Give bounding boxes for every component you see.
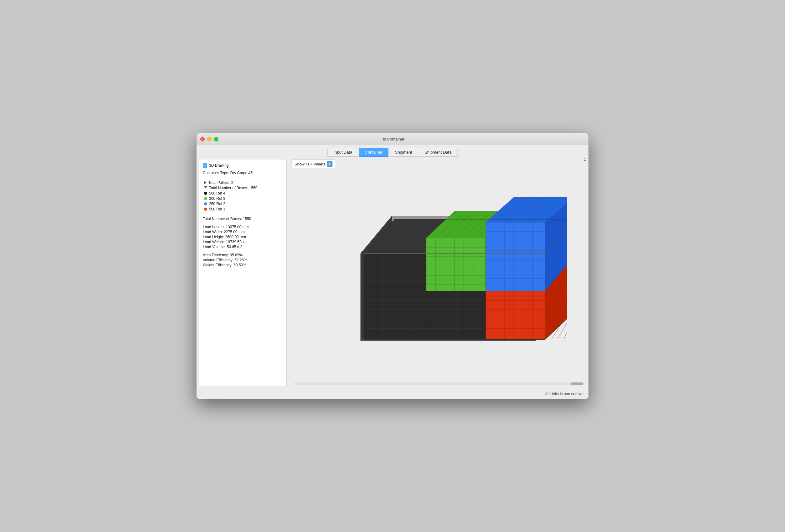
svg-marker-90 bbox=[486, 222, 545, 291]
total-pallets: Total Pallets: 0 bbox=[208, 181, 233, 185]
load-length: Load Length: 13075.00 mm bbox=[203, 225, 282, 229]
drawing-checkbox-label: 3D Drawing bbox=[209, 163, 229, 168]
dot-blue bbox=[204, 202, 207, 206]
svg-marker-59 bbox=[426, 238, 486, 291]
toolbar-row: Show Full Pallets ▼ 1 bbox=[292, 160, 586, 168]
horizontal-scrollbar[interactable] bbox=[294, 382, 583, 385]
page-number: 1 bbox=[584, 157, 586, 162]
item-label-4: 500 Ref 4 bbox=[209, 191, 225, 195]
total-boxes-header: Total Number of Boxes: 1550 bbox=[209, 186, 257, 190]
total-boxes-stat: Total Number of Boxes: 1550 bbox=[203, 217, 282, 221]
footer-bar: All Units in mm and kg. bbox=[197, 389, 588, 399]
load-volume: Load Volume: 50.65 m3 bbox=[203, 245, 282, 249]
show-full-pallets-dropdown[interactable]: Show Full Pallets ▼ bbox=[292, 160, 335, 168]
tab-container[interactable]: Container bbox=[359, 148, 388, 157]
item-label-3: 300 Ref 3 bbox=[209, 196, 225, 201]
tab-input-data[interactable]: Input Data bbox=[328, 148, 358, 157]
load-width: Load Width: 2275.00 mm bbox=[203, 230, 282, 234]
sidebar: 3D Drawing Container Type: Dry Cargo 45 … bbox=[199, 160, 286, 386]
pallets-row[interactable]: Total Pallets: 0 bbox=[203, 181, 282, 185]
close-button[interactable] bbox=[200, 137, 205, 141]
titlebar: Fill Container bbox=[197, 133, 588, 145]
item-label-2: 250 Ref 2 bbox=[209, 202, 225, 206]
load-height: Load Height: 2600.00 mm bbox=[203, 235, 282, 239]
drawing-checkbox-row[interactable]: 3D Drawing bbox=[203, 163, 282, 168]
3d-visualization bbox=[292, 171, 586, 386]
item-label-1: 500 Ref 1 bbox=[209, 207, 225, 211]
traffic-lights bbox=[200, 137, 219, 141]
drawing-checkbox[interactable] bbox=[203, 163, 207, 168]
maximize-button[interactable] bbox=[214, 137, 219, 141]
boxes-header-row[interactable]: Total Number of Boxes: 1550 bbox=[203, 186, 282, 190]
dot-black bbox=[204, 192, 207, 195]
svg-marker-124 bbox=[486, 291, 545, 339]
dropdown-arrow-icon[interactable]: ▼ bbox=[327, 161, 332, 167]
item-row-4: 500 Ref 4 bbox=[203, 191, 282, 195]
container-type-section: Container Type: Dry Cargo 45 bbox=[203, 171, 282, 175]
window-title: Fill Container bbox=[381, 137, 405, 141]
weight-efficiency: Weight Efficiency: 69.53% bbox=[203, 263, 282, 267]
volume-efficiency: Volume Efficiency: 62.28% bbox=[203, 258, 282, 262]
main-view: Show Full Pallets ▼ 1 bbox=[289, 157, 588, 389]
container-type: Container Type: Dry Cargo 45 bbox=[203, 171, 282, 175]
item-row-2: 250 Ref 2 bbox=[203, 202, 282, 206]
container-svg bbox=[311, 188, 567, 369]
scrollbar-thumb[interactable] bbox=[571, 382, 583, 385]
tab-shipment-data[interactable]: Shipment Data bbox=[419, 148, 457, 157]
minimize-button[interactable] bbox=[207, 137, 211, 141]
item-row-1: 500 Ref 1 bbox=[203, 207, 282, 211]
pallets-triangle[interactable] bbox=[204, 181, 207, 184]
blue-boxes bbox=[486, 197, 567, 291]
svg-marker-51 bbox=[426, 291, 486, 339]
canvas-area bbox=[292, 171, 586, 386]
tab-shipment[interactable]: Shipment bbox=[389, 148, 418, 157]
tab-bar: Input Data Container Shipment Shipment D… bbox=[197, 145, 588, 157]
main-window: Fill Container Input Data Container Ship… bbox=[196, 133, 589, 399]
dot-red bbox=[204, 208, 207, 211]
load-weight: Load Weight: 19739.50 kg bbox=[203, 240, 282, 244]
content-area: 3D Drawing Container Type: Dry Cargo 45 … bbox=[197, 157, 588, 389]
boxes-triangle[interactable] bbox=[204, 186, 207, 190]
item-row-3: 300 Ref 3 bbox=[203, 196, 282, 201]
dot-green bbox=[204, 197, 207, 200]
area-efficiency: Area Efficiency: 95.09% bbox=[203, 253, 282, 257]
units-note: All Units in mm and kg. bbox=[545, 392, 583, 396]
dropdown-label: Show Full Pallets bbox=[295, 162, 326, 166]
